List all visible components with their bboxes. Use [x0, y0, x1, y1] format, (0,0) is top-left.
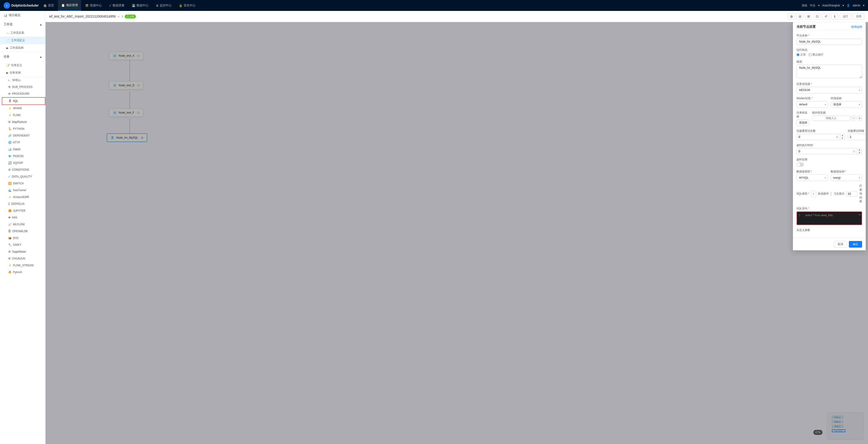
task-group-select[interactable]: 请选择	[797, 120, 809, 126]
run-button[interactable]: 运行	[840, 13, 851, 20]
sidebar-tool-sql[interactable]: 🗄 SQL	[2, 97, 45, 105]
timeout-down[interactable]: ▼	[857, 151, 862, 154]
fail-retry-times-field[interactable]	[797, 134, 835, 140]
sidebar-overview[interactable]: 📊 项目概览	[0, 11, 45, 20]
run-flag-forbid-label[interactable]: 禁止执行	[809, 53, 824, 57]
seatunnel-icon: 🌊	[8, 189, 11, 192]
nav-security[interactable]: 🔒 安全中心	[176, 0, 199, 11]
sidebar-tool-dinky[interactable]: 🔧 DINKY	[2, 242, 45, 248]
sidebar-tool-jupyter[interactable]: 🟠 JUPYTER	[2, 207, 45, 214]
confirm-button[interactable]: 确定	[849, 241, 862, 248]
canvas-info-btn[interactable]: ℹ	[831, 13, 838, 20]
nav-monitor[interactable]: 🖥 监控中心	[153, 0, 175, 11]
sidebar-tool-python[interactable]: 🐍 PYTHON	[2, 125, 45, 132]
fail-retry-interval-field[interactable]	[848, 134, 866, 140]
timeout-alert-toggle[interactable]	[797, 162, 804, 167]
priority-select[interactable]: MEDIUM HIGH LOW	[797, 87, 862, 93]
nav-quality[interactable]: ✓ 数据质量	[106, 0, 128, 11]
theme-toggle[interactable]: 深色	[802, 4, 807, 7]
sidebar-tool-zeppelin[interactable]: Z ZEPPELIN	[2, 200, 45, 207]
canvas-fit-btn[interactable]: ⊡	[814, 13, 821, 20]
sql-table-name: wow_info;	[821, 214, 833, 217]
sidebar-workflow-header[interactable]: 工作流 ▴	[0, 20, 45, 29]
fail-retry-times-down[interactable]: ▼	[840, 137, 845, 140]
sidebar-tool-mlflow[interactable]: 📈 MLFLOW	[2, 221, 45, 228]
timeout-up[interactable]: ▲	[857, 148, 862, 151]
sidebar-tool-http[interactable]: 🌐 HTTP	[2, 139, 45, 146]
group-priority-plus[interactable]: +	[857, 116, 862, 121]
fail-retry-times-up[interactable]: ▲	[840, 134, 845, 137]
sidebar-tool-procedure[interactable]: ⚙ PROCEDURE	[2, 90, 45, 97]
canvas-zoom-in-btn[interactable]: ⊕	[788, 13, 795, 20]
sidebar-item-wf-relation[interactable]: ↔ 工作流关系	[0, 29, 45, 37]
sidebar-tool-pytorch[interactable]: 🔥 Pytorch	[2, 269, 45, 276]
edit-icon[interactable]: ✏	[118, 15, 120, 18]
env-name-select[interactable]: 请选择	[831, 101, 862, 108]
sidebar-tool-sqoop[interactable]: 🔄 SQOOP	[2, 160, 45, 166]
node-name-input[interactable]	[797, 38, 862, 45]
worker-group-select[interactable]: default	[797, 101, 828, 108]
timeout-input[interactable]	[797, 148, 851, 154]
sidebar-task-header[interactable]: 任务 ▴	[0, 52, 45, 61]
cancel-button[interactable]: 取消	[834, 241, 847, 248]
sidebar-tool-spark[interactable]: ⚡ SPARK	[2, 105, 45, 112]
lang-toggle[interactable]: 中文	[810, 4, 815, 7]
nav-project[interactable]: 📋 项目管理	[58, 0, 81, 11]
sidebar-tool-shell[interactable]: >_ SHELL	[2, 77, 45, 84]
sidebar-item-task-instance[interactable]: ▶ 任务实例	[0, 69, 45, 76]
sidebar-tool-subprocess[interactable]: ⚙ SUB_PROCESS	[2, 84, 45, 90]
sidebar-tool-data-quality[interactable]: ✓ DATA_QUALITY	[2, 173, 45, 180]
send-email-toggle[interactable]	[831, 192, 832, 196]
send-email-label: 发送邮件	[818, 192, 829, 196]
nav-datacenter[interactable]: 💾 数据中心	[129, 0, 152, 11]
run-flag-forbid-radio[interactable]	[809, 53, 811, 56]
datasource-instance-select[interactable]: wangt	[831, 175, 862, 181]
nav-resource[interactable]: 📦 资源中心	[82, 0, 105, 11]
timezone-toggle[interactable]: Asia/Shanghai	[822, 4, 840, 7]
canvas-area[interactable]: ⚙ Node_test_A ⊙ ⚙ Node_test_D ⊙ ⚙ Node_t…	[45, 22, 868, 444]
sidebar-tool-amazonemr[interactable]: ⚡ AmazonEMR	[2, 194, 45, 200]
modal-help-link[interactable]: 使用说明	[851, 25, 862, 29]
sidebar-tool-seatunnel[interactable]: 🌊 SeaTunnel	[2, 187, 45, 194]
description-input[interactable]: Node_for_MySQL	[797, 65, 862, 78]
sidebar-tool-dvc[interactable]: 📦 DVC	[2, 234, 45, 242]
log-display-input[interactable]	[846, 191, 858, 197]
chunjun-icon: ⚙	[8, 257, 11, 260]
sql-code-content: select * from wow_info;	[805, 214, 833, 217]
sidebar-item-wf-definition[interactable]: 📄 工作流定义	[0, 37, 45, 44]
sidebar-tool-chunjun[interactable]: ⚙ CHUNJUN	[2, 255, 45, 262]
sidebar-tool-datax[interactable]: 📊 DataX	[2, 146, 45, 153]
sidebar-tool-pigeon[interactable]: 🐦 PIGEON	[2, 153, 45, 160]
datasource-type-select-wrapper: MYSQL PostgreSQL Oracle	[797, 175, 828, 181]
sidebar-tool-openmldb[interactable]: 🗄 OPENMLDB	[2, 228, 45, 234]
sql-collapse-btn[interactable]: −	[859, 213, 861, 217]
canvas-fullscreen-btn[interactable]: ⊠	[805, 13, 812, 20]
sql-type-select[interactable]: 查询 非查询	[811, 191, 816, 197]
sql-editor[interactable]: − 1 select * from wow_info;	[797, 212, 862, 225]
sidebar-tool-dependent[interactable]: 🔗 DEPENDENT	[2, 132, 45, 139]
timeout-alert-label: 超时告警	[797, 158, 862, 162]
sidebar-tool-conditions[interactable]: ⚙ CONDITIONS	[2, 166, 45, 173]
run-flag-normal-radio[interactable]	[797, 53, 800, 56]
sql-select-keyword: select	[805, 214, 812, 217]
sidebar-tool-mapreduce[interactable]: ⚙ MapReduce	[2, 119, 45, 125]
sidebar-item-wf-instance[interactable]: ▶ 工作流实例	[0, 44, 45, 52]
dvc-icon: 📦	[8, 236, 11, 240]
datasource-type-select[interactable]: MYSQL PostgreSQL Oracle	[797, 175, 828, 181]
sidebar-tool-k8s[interactable]: ☸ K8S	[2, 214, 45, 221]
sidebar-tool-switch[interactable]: 🔀 SWITCH	[2, 180, 45, 187]
fail-retry-interval-group: 失败重试间隔 分 ▲ ▼	[848, 129, 866, 140]
sidebar-tool-flink-stream[interactable]: ⚡ FLINK_STREAM	[2, 262, 45, 269]
sidebar-tool-flink[interactable]: ⚡ FLINK	[2, 112, 45, 119]
run-flag-normal-label[interactable]: 正常	[797, 53, 806, 57]
canvas-refresh-btn[interactable]: ↺	[823, 13, 829, 20]
group-priority-minus[interactable]: −	[851, 116, 856, 121]
group-priority-group: 组内优先级 − +	[812, 111, 862, 126]
user-name[interactable]: admin	[853, 4, 860, 7]
canvas-zoom-out-btn[interactable]: ⊖	[797, 13, 803, 20]
sidebar-tool-sagemaker[interactable]: ⚙ SageMaker	[2, 248, 45, 255]
close-button[interactable]: 关闭	[853, 13, 864, 20]
sidebar-item-task-definition[interactable]: 📝 任务定义	[0, 61, 45, 69]
group-priority-input[interactable]	[812, 116, 850, 121]
nav-home[interactable]: 🏠 首页	[40, 0, 57, 11]
